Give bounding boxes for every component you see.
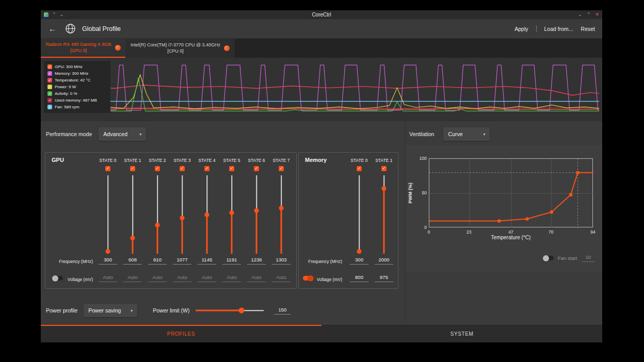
fan-curve-point[interactable] bbox=[550, 210, 553, 214]
frequency-slider[interactable] bbox=[154, 175, 160, 254]
load-from-button[interactable]: Load from... bbox=[544, 26, 573, 32]
slider-handle[interactable] bbox=[205, 212, 210, 217]
fan-curve-plot[interactable] bbox=[429, 158, 593, 227]
frequency-slider[interactable] bbox=[278, 175, 284, 254]
slider-handle[interactable] bbox=[254, 208, 259, 213]
frequency-value[interactable]: 1191 bbox=[222, 257, 241, 265]
power-profile-select[interactable]: Power saving ▾ bbox=[84, 304, 137, 317]
frequency-value[interactable]: 1236 bbox=[247, 257, 266, 265]
frequency-slider[interactable] bbox=[179, 175, 185, 254]
state-checkbox[interactable]: ✓ bbox=[204, 166, 210, 171]
state-label: STATE 1 bbox=[372, 158, 396, 163]
power-limit-slider[interactable] bbox=[196, 307, 264, 314]
state-checkbox[interactable]: ✓ bbox=[229, 166, 234, 171]
chevron-down-icon[interactable]: ⌄ bbox=[60, 10, 64, 19]
legend-checkbox[interactable]: ✓ bbox=[47, 78, 52, 83]
fan-start-toggle[interactable] bbox=[543, 256, 554, 260]
back-button[interactable]: ← bbox=[49, 24, 56, 33]
minimize-icon[interactable]: ⌄ bbox=[578, 10, 582, 19]
window-title: CoreCtrl bbox=[41, 10, 602, 19]
frequency-value[interactable]: 1303 bbox=[272, 257, 291, 265]
voltage-value[interactable]: Auto bbox=[198, 274, 216, 282]
state-checkbox[interactable]: ✓ bbox=[105, 166, 110, 171]
frequency-slider[interactable] bbox=[356, 175, 362, 254]
frequency-slider[interactable] bbox=[381, 175, 387, 254]
frequency-value[interactable]: 1145 bbox=[198, 257, 216, 265]
voltage-value[interactable]: Auto bbox=[99, 274, 117, 282]
frequency-value[interactable]: 910 bbox=[148, 257, 167, 265]
memory-voltage-toggle[interactable] bbox=[303, 276, 313, 281]
x-tick-label: 70 bbox=[546, 229, 556, 235]
fan-curve-point[interactable] bbox=[569, 193, 573, 196]
voltage-value[interactable]: Auto bbox=[123, 274, 142, 282]
close-icon[interactable]: ✕ bbox=[595, 10, 599, 19]
fan-curve-point[interactable] bbox=[525, 217, 529, 221]
state-checkbox[interactable]: ✓ bbox=[279, 166, 284, 171]
slider-handle[interactable] bbox=[131, 236, 135, 240]
slider-handle[interactable] bbox=[238, 308, 244, 314]
reset-button[interactable]: Reset bbox=[581, 26, 595, 32]
apply-button[interactable]: Apply bbox=[514, 26, 528, 32]
slider-handle[interactable] bbox=[106, 249, 110, 254]
legend-item: ✓Activity: 0 % bbox=[47, 90, 107, 97]
caret-down-icon: ▾ bbox=[131, 308, 133, 313]
frequency-value[interactable]: 300 bbox=[99, 257, 117, 265]
frequency-value[interactable]: 1077 bbox=[173, 257, 191, 265]
state-checkbox[interactable]: ✓ bbox=[130, 166, 135, 171]
slider-track bbox=[107, 175, 108, 252]
ventilation-mode-select[interactable]: Curve ▾ bbox=[443, 127, 490, 141]
voltage-value[interactable]: Auto bbox=[148, 274, 167, 282]
legend-checkbox[interactable]: ✓ bbox=[47, 64, 52, 69]
frequency-slider[interactable] bbox=[105, 175, 111, 254]
frequency-value[interactable]: 608 bbox=[123, 257, 142, 265]
frequency-value[interactable]: 300 bbox=[350, 257, 368, 265]
slider-fill bbox=[132, 238, 134, 254]
maximize-icon[interactable]: ⌃ bbox=[587, 10, 591, 19]
voltage-value[interactable]: Auto bbox=[247, 274, 266, 282]
legend-checkbox[interactable]: ✓ bbox=[47, 91, 52, 96]
voltage-value[interactable]: Auto bbox=[222, 274, 241, 282]
fan-curve-svg bbox=[429, 159, 593, 228]
voltage-value[interactable]: 800 bbox=[350, 274, 368, 282]
tab-system[interactable]: SYSTEM bbox=[321, 325, 602, 342]
slider-handle[interactable] bbox=[279, 206, 284, 210]
voltage-value[interactable]: Auto bbox=[272, 274, 291, 282]
performance-mode-select[interactable]: Advanced ▾ bbox=[99, 127, 146, 141]
state-checkbox[interactable]: ✓ bbox=[254, 166, 259, 171]
power-limit-value[interactable]: 150 bbox=[274, 307, 291, 315]
frequency-value[interactable]: 2000 bbox=[375, 257, 393, 265]
fan-start-value[interactable]: 10 bbox=[582, 254, 595, 262]
legend-checkbox[interactable]: ✓ bbox=[47, 71, 52, 76]
tab-profiles[interactable]: PROFILES bbox=[41, 325, 321, 342]
frequency-slider[interactable] bbox=[130, 175, 136, 254]
slider-handle[interactable] bbox=[230, 210, 234, 215]
legend-checkbox[interactable]: ✓ bbox=[47, 105, 52, 109]
state-checkbox[interactable]: ✓ bbox=[180, 166, 185, 171]
gpu-voltage-toggle[interactable] bbox=[53, 276, 63, 281]
fan-curve-chart: PWM (%) Temperature (°C) 050100023477094 bbox=[409, 152, 596, 245]
slider-handle[interactable] bbox=[382, 186, 387, 191]
legend-item: ✓Temperature: 42 °C bbox=[47, 77, 107, 84]
frequency-slider[interactable] bbox=[229, 175, 235, 254]
slider-handle[interactable] bbox=[357, 249, 362, 254]
fan-curve-point[interactable] bbox=[497, 219, 501, 223]
tab-cpu-device[interactable]: Intel(R) Core(TM) i7-3770 CPU @ 3.40GHz[… bbox=[125, 39, 235, 58]
state-checkbox[interactable]: ✓ bbox=[357, 166, 362, 171]
tab-gpu-device[interactable]: Radeon RX 480 Gaming X 8GB[GPU 0] bbox=[41, 39, 125, 58]
frequency-slider[interactable] bbox=[253, 175, 260, 254]
fan-curve-panel: PWM (%) Temperature (°C) 050100023477094… bbox=[406, 145, 602, 272]
state-checkbox[interactable]: ✓ bbox=[155, 166, 160, 171]
frequency-slider[interactable] bbox=[204, 175, 210, 254]
fan-curve-point[interactable] bbox=[576, 171, 579, 174]
voltage-value[interactable]: Auto bbox=[173, 274, 191, 282]
power-profile-label: Power profile bbox=[46, 307, 77, 314]
slider-handle[interactable] bbox=[180, 216, 185, 220]
legend-checkbox[interactable]: ✓ bbox=[47, 98, 52, 103]
voltage-value[interactable]: 975 bbox=[375, 274, 393, 282]
slider-handle[interactable] bbox=[155, 223, 160, 227]
legend-checkbox[interactable]: ✓ bbox=[47, 85, 52, 89]
power-limit-label: Power limit (W) bbox=[153, 307, 189, 314]
chevron-up-icon[interactable]: ⌃ bbox=[52, 10, 56, 19]
state-checkbox[interactable]: ✓ bbox=[381, 166, 387, 171]
state-label: STATE 7 bbox=[269, 158, 294, 163]
